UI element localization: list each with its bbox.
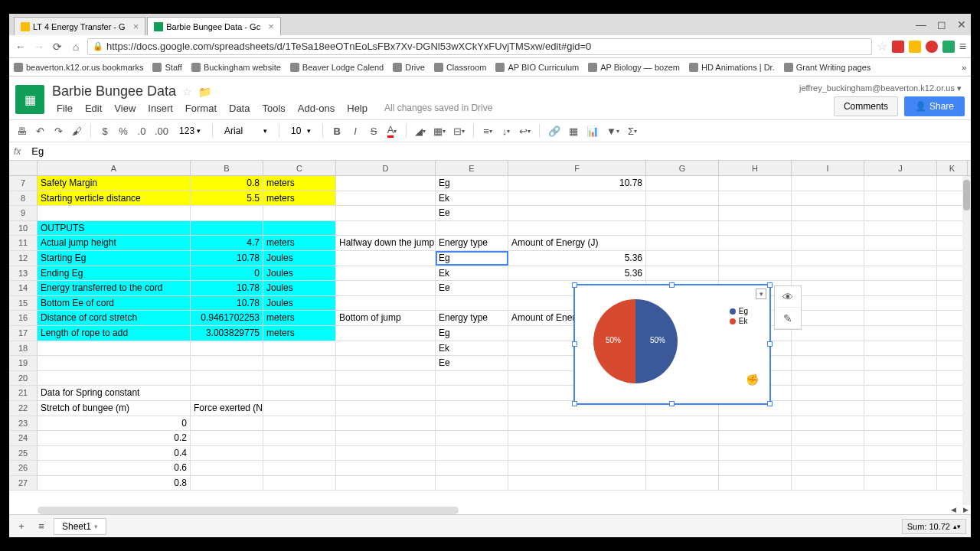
cell[interactable]: [792, 476, 864, 491]
cell[interactable]: [719, 236, 792, 250]
cell[interactable]: [864, 461, 937, 475]
star-icon[interactable]: ☆: [182, 86, 192, 98]
cell[interactable]: Force exerted (N): [191, 401, 263, 416]
row-header[interactable]: 21: [9, 386, 38, 400]
cell[interactable]: Energy transferred to the cord: [38, 281, 191, 295]
cell[interactable]: [792, 326, 864, 341]
menu-tools[interactable]: Tools: [257, 101, 289, 116]
cell[interactable]: [336, 446, 436, 461]
cell[interactable]: [336, 206, 436, 220]
cell[interactable]: Joules: [263, 296, 336, 311]
cell[interactable]: [719, 461, 792, 475]
cell[interactable]: Bottom Ee of cord: [38, 296, 191, 311]
col-header[interactable]: J: [864, 161, 937, 175]
bookmark-item[interactable]: Buckingham website: [191, 63, 281, 72]
chart-icon[interactable]: 📊: [584, 122, 601, 139]
cell[interactable]: [719, 176, 792, 191]
col-header[interactable]: I: [792, 161, 864, 175]
cell[interactable]: [191, 221, 263, 236]
cell[interactable]: [792, 206, 864, 220]
row-header[interactable]: 19: [9, 356, 38, 370]
cell[interactable]: [508, 446, 646, 461]
cell[interactable]: [336, 416, 436, 431]
cell[interactable]: [336, 341, 436, 356]
cell[interactable]: [864, 446, 937, 461]
cell[interactable]: [191, 341, 263, 356]
cell[interactable]: Energy type: [436, 311, 508, 325]
cell[interactable]: [508, 461, 646, 475]
cell[interactable]: [864, 206, 937, 220]
cell[interactable]: [508, 431, 646, 445]
cell[interactable]: [646, 431, 719, 445]
row-header[interactable]: 20: [9, 371, 38, 386]
col-header[interactable]: E: [436, 161, 508, 175]
col-header[interactable]: D: [336, 161, 436, 175]
col-header[interactable]: F: [508, 161, 646, 175]
cell[interactable]: Starting verticle distance: [38, 191, 191, 206]
cell[interactable]: Eg: [436, 176, 508, 191]
bookmark-item[interactable]: Classroom: [434, 63, 487, 72]
cell[interactable]: [263, 476, 336, 491]
cell[interactable]: 4.7: [191, 236, 263, 250]
cell[interactable]: [336, 371, 436, 386]
cell[interactable]: [263, 401, 336, 416]
cell[interactable]: [864, 281, 937, 295]
star-icon[interactable]: ☆: [877, 39, 887, 54]
cell[interactable]: 0.8: [191, 176, 263, 191]
cell[interactable]: [336, 401, 436, 416]
cell[interactable]: Joules: [263, 266, 336, 281]
cell[interactable]: [336, 191, 436, 206]
vertical-scrollbar[interactable]: [962, 176, 971, 505]
strike-icon[interactable]: S: [366, 122, 381, 139]
cell[interactable]: [646, 251, 719, 266]
cell[interactable]: [336, 266, 436, 281]
wrap-icon[interactable]: ↩ ▾: [517, 122, 533, 139]
print-icon[interactable]: 🖶: [14, 122, 29, 139]
cell[interactable]: [436, 296, 508, 311]
cell[interactable]: [336, 296, 436, 311]
menu-add-ons[interactable]: Add-ons: [293, 101, 339, 116]
bookmark-item[interactable]: Staff: [152, 63, 181, 72]
cell[interactable]: 5.36: [508, 266, 646, 281]
row-header[interactable]: 12: [9, 251, 38, 266]
cell[interactable]: [792, 281, 864, 295]
cell[interactable]: [436, 461, 508, 475]
cell[interactable]: [864, 476, 937, 491]
cell[interactable]: Ee: [436, 206, 508, 220]
ext-icon[interactable]: [926, 41, 938, 53]
scroll-left-icon[interactable]: ◀: [948, 505, 959, 514]
cell[interactable]: [191, 206, 263, 220]
url-bar[interactable]: 🔒 https://docs.google.com/spreadsheets/d…: [87, 38, 872, 55]
row-header[interactable]: 22: [9, 401, 38, 416]
ext-icon[interactable]: [909, 41, 921, 53]
cell[interactable]: Energy type: [436, 236, 508, 250]
dec-increase-icon[interactable]: .00: [152, 122, 171, 139]
formula-bar[interactable]: fx Eg: [9, 142, 971, 161]
home-icon[interactable]: ⌂: [69, 40, 83, 54]
cell[interactable]: [864, 296, 937, 311]
col-header[interactable]: H: [719, 161, 792, 175]
cell[interactable]: [864, 236, 937, 250]
cell[interactable]: Ek: [436, 191, 508, 206]
add-sheet-icon[interactable]: +: [14, 518, 29, 535]
row-header[interactable]: 27: [9, 476, 38, 491]
chart-edit-icon[interactable]: ✎: [775, 308, 801, 329]
bold-icon[interactable]: B: [329, 122, 345, 139]
cell[interactable]: [864, 266, 937, 281]
cell[interactable]: [336, 476, 436, 491]
cell[interactable]: [336, 431, 436, 445]
folder-icon[interactable]: 📁: [198, 86, 211, 98]
halign-icon[interactable]: ≡ ▾: [480, 122, 495, 139]
cell[interactable]: [508, 191, 646, 206]
cell[interactable]: Safety Margin: [38, 176, 191, 191]
cell[interactable]: 0.2: [38, 431, 191, 445]
close-icon[interactable]: ×: [268, 21, 274, 32]
cell[interactable]: [191, 461, 263, 475]
cell[interactable]: Distance of cord stretch: [38, 311, 191, 325]
cell[interactable]: [646, 236, 719, 250]
chart-dropdown-icon[interactable]: ▾: [756, 289, 766, 299]
cell[interactable]: [191, 446, 263, 461]
cell[interactable]: 10.78: [508, 176, 646, 191]
cell[interactable]: [864, 221, 937, 236]
col-header[interactable]: B: [191, 161, 263, 175]
